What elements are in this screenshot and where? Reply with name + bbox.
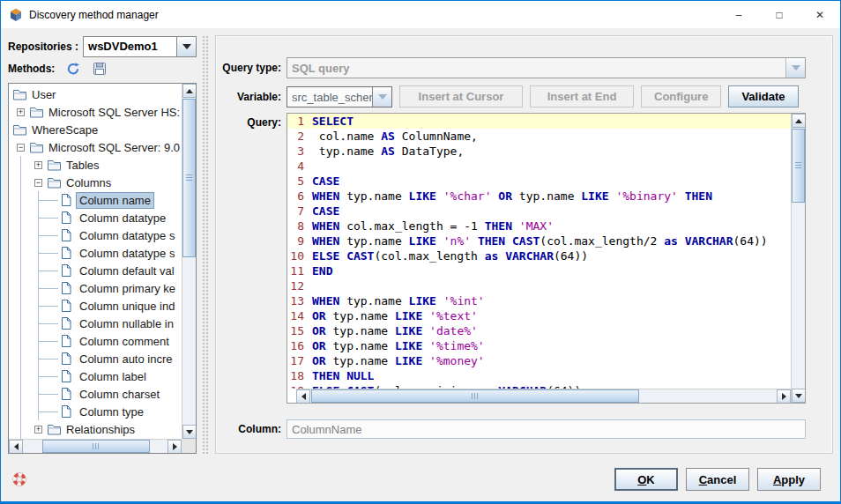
line-number: 17 bbox=[287, 353, 309, 368]
sql-editor[interactable]: 1SELECT2 col.name AS ColumnName,3 typ.na… bbox=[287, 113, 806, 404]
editor-vertical-scrollbar[interactable] bbox=[791, 114, 805, 403]
line-number: 10 bbox=[287, 248, 309, 263]
tree-item[interactable]: +Microsoft SQL Server HS: 9 bbox=[12, 103, 182, 121]
code-line[interactable]: 12 bbox=[287, 278, 791, 293]
code-line[interactable]: 11END bbox=[287, 263, 791, 278]
arrow-up-icon bbox=[186, 85, 193, 93]
scroll-left-button[interactable] bbox=[296, 389, 310, 404]
scroll-right-button[interactable] bbox=[777, 389, 791, 404]
tree-connector bbox=[48, 332, 60, 350]
code-line[interactable]: 18THEN NULL bbox=[287, 368, 791, 383]
scrollbar-thumb[interactable] bbox=[42, 440, 150, 453]
title-bar[interactable]: Discovery method manager – □ ✕ bbox=[1, 1, 840, 28]
tree-item[interactable]: Column type bbox=[12, 403, 182, 420]
code-line[interactable]: 15OR typ.name LIKE 'date%' bbox=[287, 323, 791, 338]
maximize-button[interactable]: □ bbox=[759, 1, 800, 28]
tree-guide bbox=[30, 403, 48, 420]
code-line[interactable]: 14OR typ.name LIKE '%text' bbox=[287, 308, 791, 323]
code-line[interactable]: 1SELECT bbox=[287, 114, 791, 129]
tree-guide bbox=[30, 262, 48, 279]
tree-item[interactable]: +Relationships bbox=[12, 420, 182, 438]
tree-guide bbox=[12, 209, 30, 226]
close-button[interactable]: ✕ bbox=[800, 1, 840, 28]
code-line[interactable]: 13WHEN typ.name LIKE '%int' bbox=[287, 293, 791, 308]
refresh-icon[interactable] bbox=[65, 61, 81, 77]
tree-horizontal-scrollbar[interactable] bbox=[9, 439, 182, 453]
methods-label: Methods: bbox=[8, 63, 55, 75]
repositories-combobox[interactable]: wsDVDemo1 bbox=[83, 36, 197, 57]
code-line[interactable]: 17OR typ.name LIKE '%money' bbox=[287, 353, 791, 368]
code-line[interactable]: 16OR typ.name LIKE '%time%' bbox=[287, 338, 791, 353]
insert-at-end-button[interactable]: Insert at End bbox=[530, 85, 634, 107]
scroll-left-button[interactable] bbox=[9, 440, 23, 454]
tree-item[interactable]: Column datatype bbox=[12, 209, 182, 226]
tree-connector bbox=[48, 244, 60, 262]
thumb-grip bbox=[472, 393, 478, 399]
tree-item[interactable]: −Microsoft SQL Server: 9.0 - bbox=[12, 138, 182, 156]
cancel-button[interactable]: Cancel bbox=[686, 468, 749, 491]
variable-label: Variable: bbox=[221, 91, 287, 103]
tree-item[interactable]: Column label bbox=[12, 367, 182, 385]
code-line[interactable]: 2 col.name AS ColumnName, bbox=[287, 129, 791, 144]
tree-item[interactable]: Column unique ind bbox=[12, 297, 182, 315]
expand-icon[interactable]: + bbox=[17, 108, 25, 116]
tree-guide bbox=[30, 297, 48, 315]
code-line[interactable]: 10ELSE CAST(col.max_length as VARCHAR(64… bbox=[287, 248, 791, 263]
tree-item[interactable]: Column primary ke bbox=[12, 279, 182, 297]
scroll-right-button[interactable] bbox=[167, 440, 182, 454]
folder-icon bbox=[12, 123, 29, 137]
scrollbar-thumb[interactable] bbox=[311, 389, 639, 403]
code-line[interactable]: 5CASE bbox=[287, 174, 791, 189]
code-line[interactable]: 6WHEN typ.name LIKE '%char' OR typ.name … bbox=[287, 189, 791, 204]
column-field[interactable]: ColumnName bbox=[287, 419, 806, 439]
expand-icon[interactable]: + bbox=[34, 161, 42, 169]
scroll-down-button[interactable] bbox=[182, 425, 197, 439]
code-line[interactable]: 7CASE bbox=[287, 204, 791, 219]
code-line[interactable]: 9WHEN typ.name LIKE 'n%' THEN CAST(col.m… bbox=[287, 233, 791, 248]
code-line[interactable]: 3 typ.name AS DataType, bbox=[287, 144, 791, 159]
tree-item[interactable]: Column datatype s bbox=[12, 226, 182, 244]
tree-item[interactable]: Column datatype s bbox=[12, 244, 182, 262]
configure-button[interactable]: Configure bbox=[641, 85, 721, 107]
tree-item[interactable]: Column default val bbox=[12, 262, 182, 279]
tree-item[interactable]: Column charset bbox=[12, 385, 182, 403]
repositories-dropdown-arrow[interactable] bbox=[176, 37, 196, 56]
file-icon bbox=[60, 228, 77, 242]
editor-horizontal-scrollbar[interactable] bbox=[296, 389, 791, 403]
tree-connector bbox=[48, 209, 60, 226]
variable-combobox[interactable]: src_table_schema bbox=[287, 86, 392, 107]
apply-button[interactable]: Apply bbox=[757, 468, 821, 491]
tree-item[interactable]: Column nullable in bbox=[12, 315, 182, 332]
scroll-up-button[interactable] bbox=[792, 114, 806, 128]
ok-button[interactable]: OK bbox=[614, 468, 678, 491]
tree-item[interactable]: Column auto incre bbox=[12, 350, 182, 367]
collapse-icon[interactable]: − bbox=[34, 179, 42, 187]
code-text: typ.name AS DataType, bbox=[309, 144, 464, 159]
tree-item[interactable]: WhereScape bbox=[12, 121, 182, 138]
tree-item[interactable]: −Columns bbox=[12, 174, 182, 191]
expand-icon[interactable]: + bbox=[34, 426, 42, 434]
line-number: 18 bbox=[287, 368, 309, 383]
scroll-up-button[interactable] bbox=[182, 84, 197, 98]
save-icon[interactable] bbox=[92, 61, 108, 77]
tree-vertical-scrollbar[interactable] bbox=[182, 84, 196, 439]
minimize-button[interactable]: – bbox=[718, 1, 759, 28]
variable-row: Variable: src_table_schema Insert at Cur… bbox=[221, 85, 806, 107]
tree-guide bbox=[12, 332, 30, 350]
scroll-down-button[interactable] bbox=[792, 389, 806, 403]
query-type-row: Query type: SQL query bbox=[221, 57, 806, 78]
panel-splitter[interactable] bbox=[202, 35, 210, 454]
insert-at-cursor-button[interactable]: Insert at Cursor bbox=[399, 85, 523, 107]
scrollbar-thumb[interactable] bbox=[182, 99, 196, 257]
scrollbar-thumb[interactable] bbox=[792, 129, 805, 203]
tree-item[interactable]: +Tables bbox=[12, 156, 182, 174]
collapse-icon[interactable]: − bbox=[17, 144, 25, 152]
validate-button[interactable]: Validate bbox=[728, 85, 798, 107]
tree-item[interactable]: User bbox=[12, 85, 182, 103]
tree-item[interactable]: Column name bbox=[12, 191, 182, 209]
code-line[interactable]: 4 bbox=[287, 159, 791, 174]
tree-item[interactable]: Column comment bbox=[12, 332, 182, 350]
code-line[interactable]: 8WHEN col.max_length = -1 THEN 'MAX' bbox=[287, 219, 791, 233]
variable-dropdown-arrow[interactable] bbox=[372, 87, 391, 107]
help-lifebuoy-icon[interactable] bbox=[11, 471, 27, 487]
